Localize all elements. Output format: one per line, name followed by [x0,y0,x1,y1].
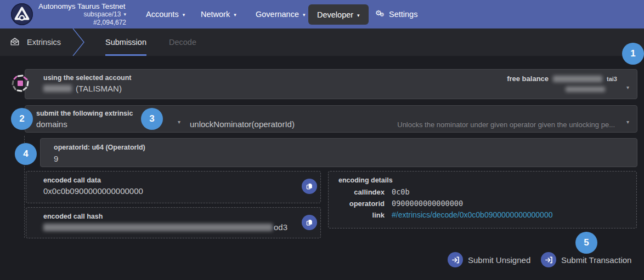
chevron-down-icon[interactable]: ▾ [626,119,629,125]
pallet-select[interactable]: domains [36,119,67,129]
param-label: operatorId: u64 (OperatorId) [54,144,145,151]
encoding-key: callindex [338,188,392,196]
section-tab-bar: Extrinsics Submission Decode [0,28,644,56]
redacted-account-name [43,85,72,92]
free-balance-label: free balance [507,75,549,83]
decode-link[interactable]: #/extrinsics/decode/0x0c0b09000000000000… [392,210,552,219]
encoded-call-hash-box: encoded call hash od3 [26,207,321,238]
sign-in-icon [448,252,463,267]
runtime-version-row[interactable]: subspace/13 ▾ [38,10,126,19]
copy-call-hash-button[interactable] [302,215,317,230]
encoding-key: link [338,211,392,219]
account-label: using the selected account [43,74,131,82]
extrinsic-label: submit the following extrinsic [36,110,133,117]
encoding-details-box: encoding details callindex 0c0b operator… [328,171,637,228]
best-block-number: #2,094,672 [93,19,126,27]
menu-accounts[interactable]: Accounts ▾ [146,0,185,28]
annotation-badge-3: 3 [141,108,163,130]
section-title: Extrinsics [27,38,61,47]
encoding-value: 0900000000000000 [392,199,463,208]
method-select[interactable]: unlockNominator(operatorId) [190,119,295,129]
account-identicon [11,74,30,93]
chevron-down-icon[interactable]: ▾ [178,119,180,125]
breadcrumb: Extrinsics [10,28,61,56]
menu-settings-label: Settings [389,10,417,19]
chevron-down-icon: ▾ [234,12,236,18]
redacted-balance-value [553,76,602,82]
extrinsic-select-row: submit the following extrinsic domains ▾… [25,105,637,133]
menu-governance[interactable]: Governance ▾ [256,0,306,28]
encoding-row-operatorid: operatorid 0900000000000000 [338,199,630,208]
breadcrumb-chevron-icon [71,28,86,56]
method-description: Unlocks the nominator under given operat… [397,121,615,129]
token-unit: tai3 [607,76,617,82]
encoded-call-data-value: 0x0c0b0900000000000000 [43,186,143,196]
copy-call-data-button[interactable] [302,179,317,194]
selected-account: using the selected account (TALISMAN) [43,74,131,93]
chevron-down-icon: ▾ [357,13,360,18]
encoding-value: 0c0b [392,187,410,196]
menu-developer-active[interactable]: Developer ▾ [308,4,369,25]
menu-developer-label: Developer [317,10,353,19]
param-operatorid-field[interactable]: operatorId: u64 (OperatorId) 9 [40,138,637,167]
submit-unsigned-label: Submit Unsigned [468,255,530,265]
submit-transaction-button[interactable]: Submit Transaction [541,252,631,267]
menu-settings[interactable]: ⚙ ⚙ Settings [375,0,417,28]
encoded-call-data-label: encoded call data [43,176,101,184]
annotation-badge-1: 1 [622,43,644,65]
encoding-key: operatorid [338,199,392,208]
chevron-down-icon: ▾ [303,12,306,18]
menu-governance-label: Governance [256,10,299,19]
encoded-call-hash-label: encoded call hash [43,213,103,220]
encoding-row-link: link #/extrinsics/decode/0x0c0b090000000… [338,210,630,219]
chevron-down-icon: ▾ [183,12,185,18]
annotation-badge-4: 4 [15,143,37,165]
top-navigation-bar: Autonomys Taurus Testnet subspace/13 ▾ #… [0,0,644,28]
tab-submission[interactable]: Submission [105,28,146,56]
chevron-down-icon: ▾ [123,12,126,17]
encoded-call-data-box: encoded call data 0x0c0b0900000000000000 [26,171,321,203]
runtime-version: subspace/13 [83,10,121,19]
menu-network[interactable]: Network ▾ [201,0,236,28]
call-hash-visible-tail: od3 [274,222,287,232]
encoding-row-callindex: callindex 0c0b [338,187,630,196]
menu-network-label: Network [201,10,230,19]
free-balance: free balance tai3 [507,75,617,92]
account-name-suffix: (TALISMAN) [76,84,122,93]
encoding-details-title: encoding details [338,176,393,184]
annotation-badge-2: 2 [11,108,33,130]
autonomys-logo-icon [11,3,33,25]
chain-info[interactable]: Autonomys Taurus Testnet subspace/13 ▾ #… [38,2,126,27]
gears-icon: ⚙ ⚙ [375,10,385,19]
tab-decode[interactable]: Decode [169,28,196,56]
annotation-badge-5: 5 [575,232,597,254]
chain-name: Autonomys Taurus Testnet [38,2,126,10]
param-value: 9 [54,154,58,163]
submit-transaction-label: Submit Transaction [561,255,631,265]
extrinsics-icon [10,37,20,48]
redacted-call-hash [43,224,273,231]
redacted-balance-detail [566,87,605,92]
menu-accounts-label: Accounts [146,10,179,19]
best-block-row: #2,094,672 [38,19,126,27]
submit-unsigned-button[interactable]: Submit Unsigned [448,252,530,267]
chevron-down-icon[interactable]: ▾ [626,84,629,90]
account-select[interactable]: using the selected account (TALISMAN) fr… [25,69,637,99]
sign-in-icon [541,252,556,267]
